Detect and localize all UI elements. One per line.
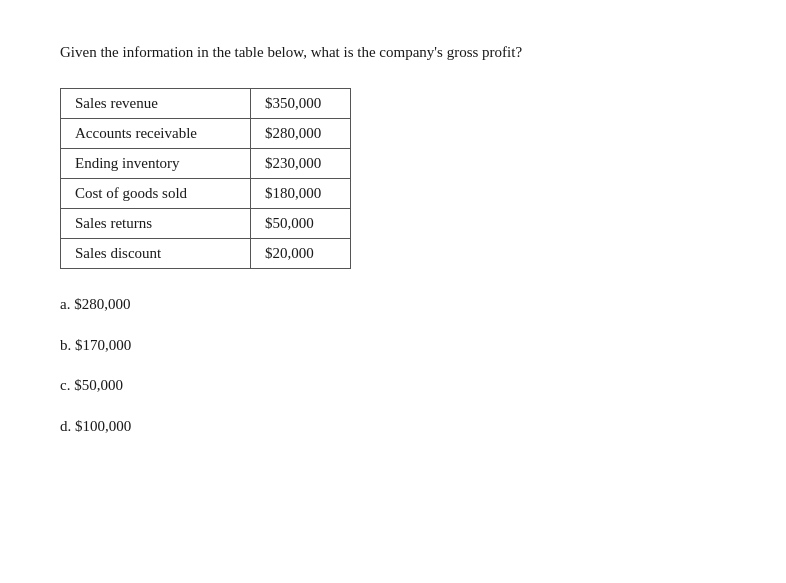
table-cell-label: Sales discount xyxy=(61,239,251,269)
table-cell-label: Sales revenue xyxy=(61,89,251,119)
data-table: Sales revenue$350,000Accounts receivable… xyxy=(60,88,351,269)
table-row: Sales returns$50,000 xyxy=(61,209,351,239)
answer-option: d. $100,000 xyxy=(60,415,726,438)
table-cell-label: Accounts receivable xyxy=(61,119,251,149)
table-row: Accounts receivable$280,000 xyxy=(61,119,351,149)
table-cell-value: $20,000 xyxy=(251,239,351,269)
table-cell-value: $180,000 xyxy=(251,179,351,209)
table-cell-value: $230,000 xyxy=(251,149,351,179)
answer-option: b. $170,000 xyxy=(60,334,726,357)
table-cell-value: $280,000 xyxy=(251,119,351,149)
table-cell-value: $50,000 xyxy=(251,209,351,239)
table-cell-label: Cost of goods sold xyxy=(61,179,251,209)
answer-option: a. $280,000 xyxy=(60,293,726,316)
table-cell-label: Ending inventory xyxy=(61,149,251,179)
table-cell-value: $350,000 xyxy=(251,89,351,119)
table-row: Sales discount$20,000 xyxy=(61,239,351,269)
answer-option: c. $50,000 xyxy=(60,374,726,397)
table-cell-label: Sales returns xyxy=(61,209,251,239)
table-row: Ending inventory$230,000 xyxy=(61,149,351,179)
table-row: Sales revenue$350,000 xyxy=(61,89,351,119)
question-text: Given the information in the table below… xyxy=(60,40,680,64)
answer-options: a. $280,000b. $170,000c. $50,000d. $100,… xyxy=(60,293,726,437)
table-row: Cost of goods sold$180,000 xyxy=(61,179,351,209)
